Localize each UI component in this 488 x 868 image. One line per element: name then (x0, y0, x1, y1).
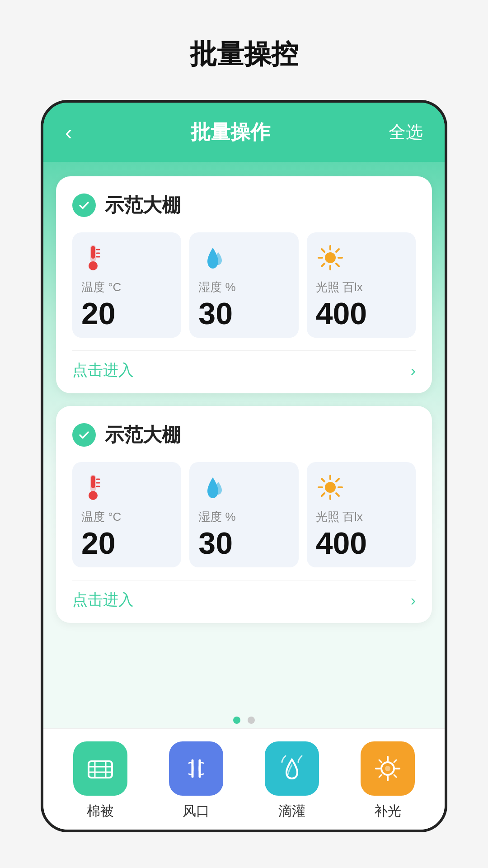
sensor-humid-2: 湿度 % 30 (189, 462, 298, 567)
svg-line-14 (322, 264, 324, 266)
temperature-icon-2 (81, 473, 105, 505)
sensor-light-2: 光照 百lx 400 (307, 462, 416, 567)
sensor-light-1: 光照 百lx 400 (307, 232, 416, 338)
svg-line-27 (336, 493, 339, 496)
card-footer-2[interactable]: 点击进入 › (72, 580, 416, 610)
sensor-temp-2: 温度 °C 20 (72, 462, 181, 567)
humid-label-1: 湿度 % (198, 279, 235, 295)
sensor-humid-1: 湿度 % 30 (189, 232, 298, 338)
temperature-icon-1 (81, 243, 105, 276)
enter-arrow-1: › (411, 362, 416, 379)
enter-button-1[interactable]: 点击进入 (72, 360, 134, 381)
temp-label-1: 温度 °C (81, 279, 121, 295)
svg-point-5 (89, 261, 98, 270)
blanket-icon-wrap (73, 741, 127, 796)
light-value-1: 400 (316, 298, 367, 329)
bottom-item-light[interactable]: 补光 (361, 741, 415, 821)
app-header: ‹ 批量操作 全选 (43, 103, 445, 162)
drip-label: 滴灌 (278, 802, 305, 821)
light-icon-wrap (361, 741, 415, 796)
svg-line-26 (322, 479, 324, 481)
bottom-item-drip[interactable]: 滴灌 (265, 741, 319, 821)
svg-line-43 (379, 775, 381, 777)
card-name-1: 示范大棚 (105, 193, 181, 218)
svg-point-44 (385, 766, 390, 771)
vent-label: 风口 (183, 802, 210, 821)
light-supplement-label: 补光 (374, 802, 401, 821)
bottom-toolbar: 棉被 风口 (43, 728, 445, 830)
svg-line-12 (336, 264, 339, 266)
blanket-label: 棉被 (87, 802, 114, 821)
enter-arrow-2: › (411, 591, 416, 609)
light-icon-2 (316, 473, 345, 505)
vent-icon-wrap (169, 741, 223, 796)
enter-button-2[interactable]: 点击进入 (72, 590, 134, 610)
svg-line-42 (394, 760, 396, 762)
svg-line-13 (336, 249, 339, 252)
back-button[interactable]: ‹ (65, 120, 72, 145)
sensor-temp-1: 温度 °C 20 (72, 232, 181, 338)
pagination-dot-2 (248, 717, 255, 724)
card-footer-1[interactable]: 点击进入 › (72, 350, 416, 381)
drip-icon-wrap (265, 741, 319, 796)
card-header-2: 示范大棚 (72, 422, 416, 448)
temp-value-2: 20 (81, 528, 116, 558)
greenhouse-card-2[interactable]: 示范大棚 温度 °C (56, 406, 432, 623)
humidity-icon-1 (198, 243, 227, 276)
humid-value-2: 30 (198, 528, 233, 558)
pagination (43, 709, 445, 728)
temp-value-1: 20 (81, 298, 116, 329)
svg-point-21 (325, 482, 336, 493)
pagination-dot-1 (233, 717, 240, 724)
svg-rect-16 (91, 476, 95, 488)
svg-line-29 (322, 493, 324, 496)
header-title: 批量操作 (191, 119, 270, 146)
svg-line-11 (322, 249, 324, 252)
light-label-2: 光照 百lx (316, 509, 363, 525)
light-icon-1 (316, 243, 345, 276)
temp-label-2: 温度 °C (81, 509, 121, 525)
svg-rect-30 (89, 761, 112, 778)
phone-frame: ‹ 批量操作 全选 示范大棚 (41, 100, 447, 832)
light-label-1: 光照 百lx (316, 279, 363, 295)
svg-point-6 (325, 252, 336, 263)
sensor-grid-2: 温度 °C 20 湿度 % 30 (72, 462, 416, 567)
sensor-grid-1: 温度 °C 20 湿度 % 30 (72, 232, 416, 338)
page-title: 批量操控 (190, 36, 298, 73)
greenhouse-card-1[interactable]: 示范大棚 温度 °C (56, 176, 432, 393)
check-circle-1[interactable] (72, 193, 96, 217)
svg-rect-1 (91, 246, 95, 259)
humidity-icon-2 (198, 473, 227, 505)
svg-line-28 (336, 479, 339, 481)
bottom-item-blanket[interactable]: 棉被 (73, 741, 127, 821)
content-area: 示范大棚 温度 °C (43, 162, 445, 709)
light-value-2: 400 (316, 528, 367, 558)
select-all-button[interactable]: 全选 (389, 121, 423, 144)
card-name-2: 示范大棚 (105, 422, 181, 448)
svg-point-20 (89, 491, 98, 500)
check-circle-2[interactable] (72, 423, 96, 447)
card-header-1: 示范大棚 (72, 193, 416, 218)
svg-line-40 (379, 760, 381, 762)
humid-label-2: 湿度 % (198, 509, 235, 525)
humid-value-1: 30 (198, 298, 233, 329)
svg-line-41 (394, 775, 396, 777)
bottom-item-vent[interactable]: 风口 (169, 741, 223, 821)
